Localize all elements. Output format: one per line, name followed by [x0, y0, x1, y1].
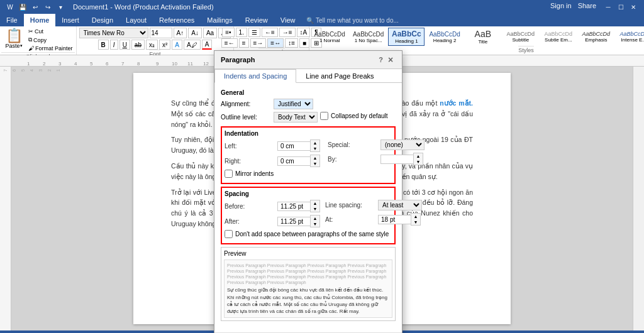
style-subtitle-preview: AaBbCcDd: [507, 31, 535, 37]
before-down-btn[interactable]: ▼: [311, 206, 319, 212]
tab-indents-spacing[interactable]: Indents and Spacing: [214, 69, 296, 83]
before-input[interactable]: [277, 202, 310, 211]
font-size-input[interactable]: [150, 28, 172, 38]
sort-btn[interactable]: ↕A: [297, 28, 311, 37]
window-controls: Sign in Share ─ ☐ ✕: [550, 2, 639, 12]
underline-btn[interactable]: U: [119, 40, 130, 50]
style-emphasis[interactable]: AaBbCcDd Emphasis: [578, 28, 614, 46]
font-name-select[interactable]: Times New Ro: [79, 28, 148, 38]
customize-icon[interactable]: ▾: [55, 2, 65, 12]
style-subtitle[interactable]: AaBbCcDd Subtitle: [502, 28, 539, 46]
after-down-btn[interactable]: ▼: [311, 221, 319, 227]
align-center-btn[interactable]: ≡: [239, 38, 249, 48]
left-up-btn[interactable]: ▲: [311, 140, 319, 146]
paste-btn[interactable]: 📋 Paste ▾: [1, 28, 26, 52]
line-spacing-btn[interactable]: ↕≡: [285, 38, 298, 48]
alignment-select[interactable]: Justified Left Center Right: [274, 99, 313, 109]
by-down-btn[interactable]: ▼: [414, 159, 423, 165]
style-subtleem[interactable]: AaBbCcDd Subtle Em...: [540, 28, 577, 46]
font-color-btn[interactable]: A: [202, 40, 213, 50]
bullets-btn[interactable]: ≡•: [222, 28, 234, 37]
at-up-btn[interactable]: ▲: [411, 214, 420, 219]
superscript-btn[interactable]: x²: [159, 40, 170, 50]
share-btn[interactable]: Share: [578, 2, 596, 12]
tab-home[interactable]: Home: [24, 14, 56, 26]
minimize-btn[interactable]: ─: [602, 2, 614, 12]
by-input[interactable]: [380, 155, 413, 164]
tab-line-page-breaks[interactable]: Line and Page Breaks: [296, 69, 383, 83]
at-input[interactable]: [378, 215, 411, 224]
sign-in-btn[interactable]: Sign in: [550, 2, 572, 12]
right-input[interactable]: [277, 156, 310, 166]
right-up-btn[interactable]: ▲: [311, 155, 319, 161]
multilevel-btn[interactable]: ☰: [248, 28, 260, 37]
increase-indent-btn[interactable]: →≡: [279, 28, 296, 37]
title-bar-left: W 💾 ↩ ↪ ▾ Document1 - Word (Product Acti…: [5, 2, 214, 12]
tab-references[interactable]: References: [153, 14, 201, 26]
collapsed-checkbox[interactable]: [320, 112, 328, 120]
shrink-font-btn[interactable]: A↓: [188, 28, 202, 38]
style-heading2[interactable]: AaBbCcDd Heading 2: [426, 28, 463, 46]
text-effects-btn[interactable]: A: [172, 40, 182, 50]
after-input[interactable]: [277, 217, 310, 226]
style-heading1[interactable]: AaBbCc Heading 1: [388, 28, 425, 46]
outline-select[interactable]: Body Text: [274, 112, 318, 123]
tab-mailings[interactable]: Mailings: [201, 14, 238, 26]
bold-btn[interactable]: B: [98, 40, 109, 50]
text-highlight-btn[interactable]: A🖊: [184, 40, 201, 50]
mirror-checkbox[interactable]: [225, 170, 233, 178]
cut-btn[interactable]: ✂ Cut: [26, 28, 75, 35]
align-left-btn[interactable]: ≡←: [221, 38, 238, 48]
by-up-btn[interactable]: ▲: [414, 153, 423, 159]
style-intensee-label: Intense E...: [621, 37, 644, 43]
close-btn[interactable]: ✕: [628, 2, 639, 12]
redo-icon[interactable]: ↪: [43, 2, 53, 12]
special-select[interactable]: (none) First line Hanging: [380, 139, 425, 150]
left-down-btn[interactable]: ▼: [311, 146, 319, 151]
numbering-btn[interactable]: 1.: [236, 28, 247, 37]
before-spinners: ▲ ▼: [310, 200, 320, 212]
dialog-help-btn[interactable]: ?: [379, 56, 383, 63]
dontadd-checkbox[interactable]: [225, 230, 233, 238]
shading-btn[interactable]: ■: [299, 38, 309, 48]
tab-review[interactable]: Review: [239, 14, 274, 26]
tab-layout[interactable]: Layout: [119, 14, 153, 26]
right-down-btn[interactable]: ▼: [311, 161, 319, 166]
copy-btn[interactable]: ⧉ Copy: [26, 36, 75, 44]
at-down-btn[interactable]: ▼: [411, 219, 420, 225]
subscript-btn[interactable]: x₂: [146, 40, 158, 50]
style-normal[interactable]: AaBbCcDd 1 Normal: [311, 28, 348, 46]
linespacing-select[interactable]: At least Single 1.5 lines Double Exactly…: [378, 200, 422, 210]
restore-btn[interactable]: ☐: [615, 2, 626, 12]
undo-icon[interactable]: ↩: [30, 2, 40, 12]
tab-view[interactable]: View: [274, 14, 302, 26]
format-painter-btn[interactable]: 🖌 Format Painter: [26, 45, 75, 52]
tab-design[interactable]: Design: [86, 14, 119, 26]
save-icon[interactable]: 💾: [18, 2, 28, 12]
tell-me-field[interactable]: 🔍 Tell me what you want to do...: [306, 17, 398, 24]
strikethrough-btn[interactable]: ab: [131, 40, 145, 50]
title-bar: W 💾 ↩ ↪ ▾ Document1 - Word (Product Acti…: [0, 0, 644, 14]
grow-font-btn[interactable]: A↑: [174, 28, 187, 38]
before-up-btn[interactable]: ▲: [311, 200, 319, 206]
align-right-btn[interactable]: ≡→: [250, 38, 267, 48]
left-indent-row: Left: ▲ ▼: [225, 139, 320, 152]
tab-insert[interactable]: Insert: [55, 14, 86, 26]
left-input[interactable]: [277, 141, 310, 151]
change-case-btn[interactable]: Aa: [203, 28, 217, 38]
decrease-indent-btn[interactable]: ←≡: [262, 28, 278, 37]
style-nospace[interactable]: AaBbCcDd 1 No Spac...: [350, 28, 387, 46]
by-spinners: ▲ ▼: [413, 153, 423, 165]
right-indent-row: Right: ▲ ▼: [225, 155, 320, 167]
justify-btn[interactable]: ≡↔: [267, 38, 284, 48]
scrollbar[interactable]: [633, 67, 644, 330]
dialog-title-text: Paragraph: [221, 56, 255, 63]
style-intensee[interactable]: AaBbCcDd Intense E...: [616, 28, 644, 46]
tab-file[interactable]: File: [0, 14, 24, 26]
at-input-group: ▲ ▼: [378, 213, 421, 226]
after-input-group: ▲ ▼: [277, 215, 320, 227]
italic-btn[interactable]: I: [110, 40, 118, 50]
after-up-btn[interactable]: ▲: [311, 216, 319, 221]
style-title[interactable]: AaB Title: [465, 28, 501, 46]
dialog-close-btn[interactable]: ×: [386, 55, 396, 65]
